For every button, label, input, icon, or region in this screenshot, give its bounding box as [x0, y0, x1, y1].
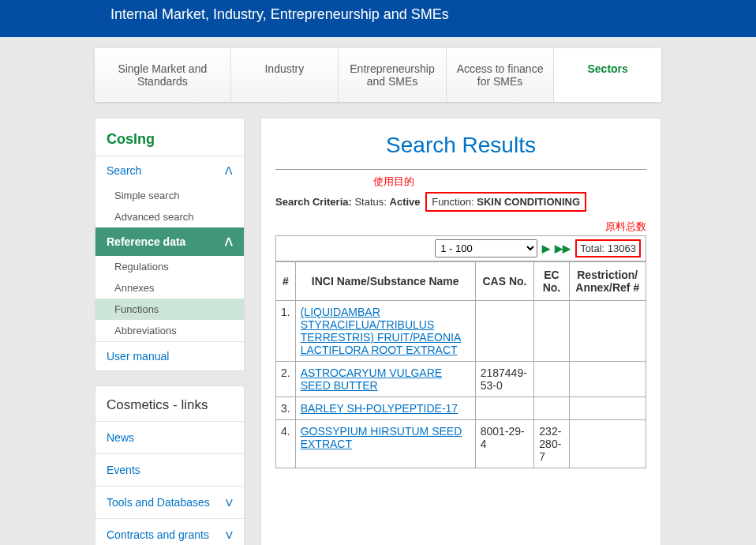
row-name: (LIQUIDAMBAR STYRACIFLUA/TRIBULUS TERRES… — [295, 301, 475, 362]
col-cas: CAS No. — [475, 262, 534, 301]
status-label: Status: — [354, 196, 386, 208]
sidebar-tools-label: Tools and Databases — [107, 496, 210, 509]
function-highlight: Function: SKIN CONDITIONING — [425, 192, 586, 212]
results-table: # INCI Name/Substance Name CAS No. EC No… — [275, 261, 646, 468]
sidebar-search-label: Search — [107, 164, 141, 177]
function-value: SKIN CONDITIONING — [477, 196, 580, 208]
sidebar-functions[interactable]: Functions — [95, 299, 244, 320]
ingredient-link[interactable]: BARLEY SH-POLYPEPTIDE-17 — [301, 402, 458, 415]
sidebar-brand: CosIng — [95, 118, 244, 156]
sidebar-reference-data[interactable]: Reference data ᐱ — [95, 227, 244, 256]
row-ec: 232-280-7 — [534, 420, 569, 468]
sidebar-tools-databases[interactable]: Tools and Databases ᐯ — [95, 486, 244, 518]
tab-sectors[interactable]: Sectors — [554, 48, 661, 102]
last-page-icon[interactable]: ▶▶ — [555, 242, 571, 254]
tab-finance[interactable]: Access to finance for SMEs — [447, 48, 555, 102]
tab-industry[interactable]: Industry — [231, 48, 339, 102]
row-cas — [475, 397, 534, 420]
sidebar-search[interactable]: Search ᐱ — [95, 156, 244, 185]
table-row: 2.ASTROCARYUM VULGARE SEED BUTTER2187449… — [276, 362, 646, 397]
row-num: 3. — [276, 397, 296, 420]
row-name: ASTROCARYUM VULGARE SEED BUTTER — [295, 362, 475, 397]
row-num: 2. — [276, 362, 296, 397]
status-value: Active — [390, 196, 421, 208]
ingredient-link[interactable]: ASTROCARYUM VULGARE SEED BUTTER — [301, 366, 442, 392]
row-cas: 8001-29-4 — [475, 420, 534, 468]
row-cas: 2187449-53-0 — [475, 362, 534, 397]
chevron-down-icon: ᐯ — [226, 497, 233, 509]
criteria-label: Search Criteria: — [275, 196, 352, 208]
sidebar-contracts-label: Contracts and grants — [107, 528, 209, 541]
annotation-usage: 使用目的 — [373, 175, 414, 189]
col-num: # — [276, 262, 296, 301]
page-range-select[interactable]: 1 - 100 — [435, 239, 537, 257]
search-criteria: Search Criteria: Status: Active Function… — [275, 192, 646, 212]
sidebar-advanced-search[interactable]: Advanced search — [95, 206, 244, 227]
sidebar-events-label: Events — [107, 464, 140, 476]
sidebar-contracts[interactable]: Contracts and grants ᐯ — [95, 518, 244, 545]
sidebar-news-label: News — [107, 431, 134, 444]
row-restriction — [569, 301, 646, 362]
total-highlight: Total: 13063 — [575, 239, 641, 257]
row-restriction — [569, 362, 646, 397]
annotation-row: 使用目的 — [275, 175, 646, 189]
table-row: 3.BARLEY SH-POLYPEPTIDE-17 — [276, 397, 646, 420]
row-name: GOSSYPIUM HIRSUTUM SEED EXTRACT — [295, 420, 475, 468]
col-restriction: Restriction/ Annex/Ref # — [569, 262, 646, 301]
table-row: 4.GOSSYPIUM HIRSUTUM SEED EXTRACT8001-29… — [276, 420, 646, 468]
row-restriction — [569, 420, 646, 468]
sidebar-regulations[interactable]: Regulations — [95, 256, 244, 277]
page-title: Search Results — [275, 133, 646, 158]
ingredient-link[interactable]: GOSSYPIUM HIRSUTUM SEED EXTRACT — [301, 425, 462, 450]
sidebar: CosIng Search ᐱ Simple search Advanced s… — [95, 118, 245, 545]
row-ec — [534, 301, 569, 362]
chevron-up-icon: ᐱ — [225, 164, 233, 177]
sidebar-simple-search[interactable]: Simple search — [95, 185, 244, 206]
header-subtitle: Internal Market, Industry, Entrepreneurs… — [0, 0, 756, 37]
annotation-total: 原料总数 — [605, 220, 646, 232]
row-name: BARLEY SH-POLYPEPTIDE-17 — [295, 397, 475, 420]
tab-entrepreneurship[interactable]: Entrepreneurship and SMEs — [339, 48, 447, 102]
total-value: 13063 — [608, 242, 636, 254]
ingredient-link[interactable]: (LIQUIDAMBAR STYRACIFLUA/TRIBULUS TERRES… — [301, 306, 462, 356]
content-area: Search Results 使用目的 Search Criteria: Sta… — [260, 118, 661, 545]
row-ec — [534, 397, 569, 420]
tab-single-market[interactable]: Single Market and Standards — [95, 48, 231, 102]
main-nav-tabs: Single Market and Standards Industry Ent… — [95, 48, 661, 102]
chevron-up-icon: ᐱ — [225, 235, 233, 248]
sidebar-annexes[interactable]: Annexes — [95, 277, 244, 299]
col-ec: EC No. — [534, 262, 569, 301]
row-restriction — [569, 397, 646, 420]
sidebar-user-manual[interactable]: User manual — [95, 341, 244, 370]
row-ec — [534, 362, 569, 397]
row-cas — [475, 301, 534, 362]
sidebar-reference-label: Reference data — [107, 235, 185, 248]
function-label: Function: — [432, 196, 473, 208]
total-label: Total: — [580, 242, 604, 254]
sidebar-abbreviations[interactable]: Abbreviations — [95, 320, 244, 341]
sidebar-tools-header: Cosmetics - links — [95, 386, 244, 421]
col-inci: INCI Name/Substance Name — [295, 262, 475, 301]
row-num: 1. — [276, 301, 296, 362]
pagination: 1 - 100 ▶ ▶▶ Total: 13063 — [275, 235, 646, 261]
sidebar-news[interactable]: News — [95, 421, 244, 453]
sidebar-events[interactable]: Events — [95, 453, 244, 486]
next-page-icon[interactable]: ▶ — [542, 242, 550, 254]
chevron-down-icon: ᐯ — [226, 529, 233, 541]
row-num: 4. — [276, 420, 296, 468]
table-row: 1.(LIQUIDAMBAR STYRACIFLUA/TRIBULUS TERR… — [276, 301, 646, 362]
divider — [275, 169, 646, 170]
